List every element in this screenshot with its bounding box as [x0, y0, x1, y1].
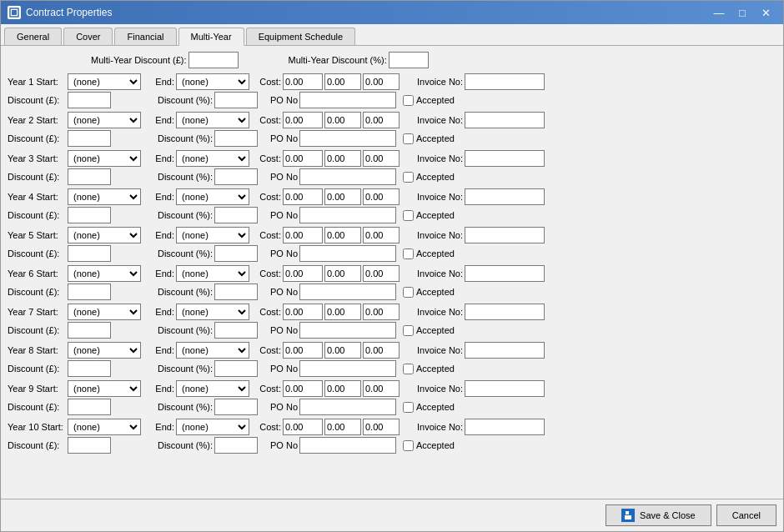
year-4-cost1-input[interactable]: [283, 188, 323, 205]
year-9-end-select[interactable]: (none): [176, 380, 249, 397]
year-6-start-select[interactable]: (none): [68, 265, 141, 282]
year-5-disc-pct-input[interactable]: [214, 245, 258, 262]
year-7-cost3-input[interactable]: [363, 304, 400, 320]
cancel-button[interactable]: Cancel: [716, 504, 776, 526]
year-1-disc-gbp-input[interactable]: [68, 92, 111, 108]
year-3-invoice-input[interactable]: [465, 150, 545, 167]
multi-year-discount-gbp-input[interactable]: [188, 52, 239, 68]
year-10-cost1-input[interactable]: [283, 419, 323, 435]
year-8-invoice-input[interactable]: [465, 342, 545, 359]
year-8-cost1-input[interactable]: [283, 342, 323, 359]
year-6-end-select[interactable]: (none): [176, 265, 249, 282]
year-2-invoice-input[interactable]: [465, 112, 545, 128]
year-1-cost1-input[interactable]: [283, 73, 323, 90]
year-1-cost3-input[interactable]: [363, 73, 400, 90]
year-4-cost3-input[interactable]: [363, 188, 400, 205]
year-6-accepted-checkbox[interactable]: [403, 287, 414, 298]
year-2-start-select[interactable]: (none): [68, 112, 141, 128]
year-4-accepted-checkbox[interactable]: [403, 210, 414, 221]
year-9-cost3-input[interactable]: [363, 380, 400, 397]
year-7-accepted-checkbox[interactable]: [403, 325, 414, 336]
year-5-cost1-input[interactable]: [283, 227, 323, 243]
year-8-cost3-input[interactable]: [363, 342, 400, 359]
year-10-invoice-input[interactable]: [465, 419, 545, 435]
tab-cover[interactable]: Cover: [63, 28, 113, 45]
tab-multi-year[interactable]: Multi-Year: [178, 28, 244, 46]
year-6-po-input[interactable]: [299, 284, 396, 300]
year-6-cost1-input[interactable]: [283, 265, 323, 282]
year-7-cost2-input[interactable]: [324, 304, 361, 320]
year-2-cost2-input[interactable]: [324, 112, 361, 128]
year-10-disc-gbp-input[interactable]: [68, 437, 111, 454]
tab-equipment-schedule[interactable]: Equipment Schedule: [246, 28, 356, 45]
year-9-accepted-checkbox[interactable]: [403, 402, 414, 413]
year-4-cost2-input[interactable]: [324, 188, 361, 205]
year-8-cost2-input[interactable]: [324, 342, 361, 359]
year-3-start-select[interactable]: (none): [68, 150, 141, 167]
year-10-cost3-input[interactable]: [363, 419, 400, 435]
year-7-end-select[interactable]: (none): [176, 304, 249, 320]
year-4-invoice-input[interactable]: [465, 188, 545, 205]
year-1-accepted-checkbox[interactable]: [403, 95, 414, 106]
year-2-po-input[interactable]: [299, 130, 396, 147]
year-10-start-select[interactable]: (none): [68, 419, 141, 435]
year-9-start-select[interactable]: (none): [68, 380, 141, 397]
year-2-disc-gbp-input[interactable]: [68, 130, 111, 147]
year-2-cost3-input[interactable]: [363, 112, 400, 128]
year-10-disc-pct-input[interactable]: [214, 437, 258, 454]
year-4-disc-pct-input[interactable]: [214, 207, 258, 223]
year-10-accepted-checkbox[interactable]: [403, 440, 414, 451]
year-5-cost3-input[interactable]: [363, 227, 400, 243]
year-3-cost1-input[interactable]: [283, 150, 323, 167]
year-4-start-select[interactable]: (none): [68, 188, 141, 205]
close-button[interactable]: ✕: [755, 4, 776, 21]
year-5-accepted-checkbox[interactable]: [403, 248, 414, 259]
year-3-cost3-input[interactable]: [363, 150, 400, 167]
maximize-button[interactable]: □: [731, 4, 753, 21]
year-4-end-select[interactable]: (none): [176, 188, 249, 205]
year-7-po-input[interactable]: [299, 322, 396, 339]
year-7-disc-gbp-input[interactable]: [68, 322, 111, 339]
year-3-po-input[interactable]: [299, 168, 396, 185]
year-1-end-select[interactable]: (none): [176, 73, 249, 90]
year-7-start-select[interactable]: (none): [68, 304, 141, 320]
year-2-accepted-checkbox[interactable]: [403, 133, 414, 144]
year-3-cost2-input[interactable]: [324, 150, 361, 167]
year-2-disc-pct-input[interactable]: [214, 130, 258, 147]
year-10-po-input[interactable]: [299, 437, 396, 454]
year-3-disc-pct-input[interactable]: [214, 168, 258, 185]
year-2-cost1-input[interactable]: [283, 112, 323, 128]
year-7-invoice-input[interactable]: [465, 304, 545, 320]
year-6-disc-pct-input[interactable]: [214, 284, 258, 300]
year-6-disc-gbp-input[interactable]: [68, 284, 111, 300]
year-5-end-select[interactable]: (none): [176, 227, 249, 243]
year-5-cost2-input[interactable]: [324, 227, 361, 243]
year-1-disc-pct-input[interactable]: [214, 92, 258, 108]
year-9-disc-pct-input[interactable]: [214, 399, 258, 415]
year-6-invoice-input[interactable]: [465, 265, 545, 282]
year-1-invoice-input[interactable]: [465, 73, 545, 90]
tab-general[interactable]: General: [4, 28, 62, 45]
year-8-accepted-checkbox[interactable]: [403, 364, 414, 374]
year-10-end-select[interactable]: (none): [176, 419, 249, 435]
year-5-disc-gbp-input[interactable]: [68, 245, 111, 262]
year-5-invoice-input[interactable]: [465, 227, 545, 243]
year-9-cost1-input[interactable]: [283, 380, 323, 397]
year-10-cost2-input[interactable]: [324, 419, 361, 435]
year-1-cost2-input[interactable]: [324, 73, 361, 90]
year-3-end-select[interactable]: (none): [176, 150, 249, 167]
year-9-disc-gbp-input[interactable]: [68, 399, 111, 415]
year-8-disc-gbp-input[interactable]: [68, 360, 111, 377]
year-8-po-input[interactable]: [299, 360, 396, 377]
year-8-start-select[interactable]: (none): [68, 342, 141, 359]
year-6-cost2-input[interactable]: [324, 265, 361, 282]
year-5-po-input[interactable]: [299, 245, 396, 262]
year-7-cost1-input[interactable]: [283, 304, 323, 320]
year-1-po-input[interactable]: [299, 92, 396, 108]
year-8-disc-pct-input[interactable]: [214, 360, 258, 377]
tab-financial[interactable]: Financial: [114, 28, 176, 45]
year-8-end-select[interactable]: (none): [176, 342, 249, 359]
minimize-button[interactable]: —: [708, 4, 730, 21]
save-close-button[interactable]: Save & Close: [606, 504, 711, 526]
year-5-start-select[interactable]: (none): [68, 227, 141, 243]
